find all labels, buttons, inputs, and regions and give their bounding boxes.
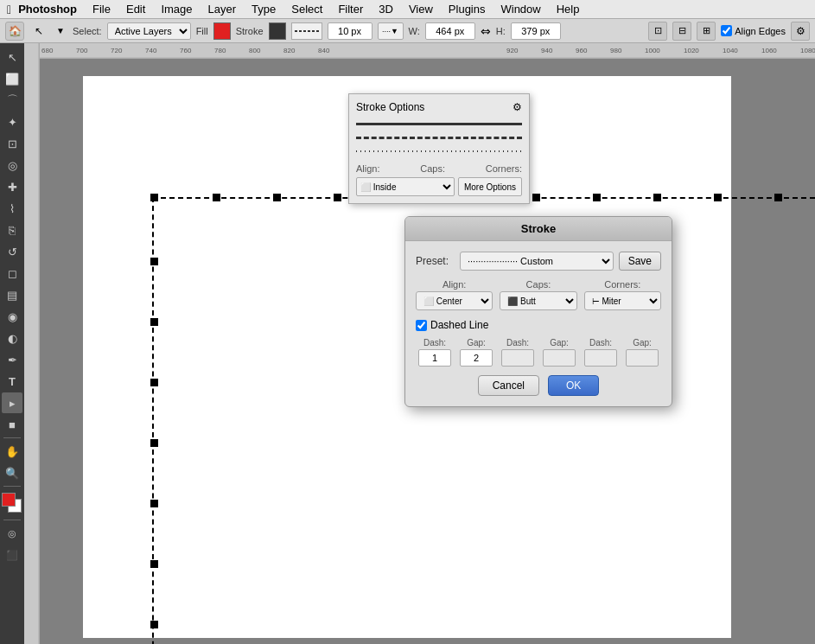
- link-icon[interactable]: ⇔: [481, 24, 491, 38]
- menu-plugins[interactable]: Plugins: [442, 1, 493, 17]
- options-gear-icon[interactable]: ⚙: [791, 22, 810, 41]
- lasso-tool-btn[interactable]: ⌒: [2, 90, 22, 111]
- align-select[interactable]: ⬜ Center: [416, 291, 493, 310]
- handle-l4[interactable]: [150, 439, 158, 447]
- screen-mode-btn[interactable]: ⬛: [2, 545, 22, 565]
- preset-select[interactable]: ··················· Custom: [460, 252, 614, 271]
- menu-view[interactable]: View: [402, 1, 440, 17]
- dash2-input[interactable]: [501, 349, 534, 367]
- ok-button[interactable]: OK: [548, 375, 599, 396]
- pen-tool-btn[interactable]: ✒: [2, 349, 22, 370]
- width-input[interactable]: 464 px: [425, 22, 475, 40]
- align-caps-corners: Align: ⬜ Center Caps: ⬛ Butt Corners:: [416, 279, 661, 310]
- select-dropdown[interactable]: Active Layers: [107, 22, 191, 40]
- align-edges-label[interactable]: Align Edges: [721, 25, 786, 36]
- path-select-tool-btn[interactable]: ▸: [2, 392, 22, 413]
- corners-select[interactable]: ⊢ Miter: [584, 291, 661, 310]
- move-tool-icon[interactable]: ↖: [29, 22, 48, 41]
- gradient-tool-btn[interactable]: ▤: [2, 284, 22, 305]
- menu-file[interactable]: File: [86, 1, 118, 17]
- crop-tool-btn[interactable]: ⊡: [2, 133, 22, 154]
- shape-tool-btn[interactable]: ■: [2, 414, 22, 435]
- dash1-input[interactable]: [418, 349, 451, 367]
- dash3-input[interactable]: [584, 349, 617, 367]
- tool-options-dropdown[interactable]: ▼: [54, 22, 67, 41]
- handle-l5[interactable]: [150, 500, 158, 507]
- menu-edit[interactable]: Edit: [119, 1, 152, 17]
- magic-wand-tool-btn[interactable]: ✦: [2, 112, 22, 132]
- menu-3d[interactable]: 3D: [372, 1, 400, 17]
- stroke-color-swatch[interactable]: [269, 22, 286, 40]
- svg-text:760: 760: [180, 47, 192, 54]
- handle-l2[interactable]: [150, 318, 158, 326]
- stroke-options-popup[interactable]: Stroke Options ⚙ Align: Caps: Corners:: [348, 93, 530, 204]
- fill-color-swatch[interactable]: [213, 22, 231, 40]
- gap2-col: Gap:: [540, 338, 578, 367]
- type-tool-btn[interactable]: T: [2, 371, 22, 392]
- menu-select[interactable]: Select: [284, 1, 329, 17]
- eyedropper-tool-btn[interactable]: ◎: [2, 155, 22, 175]
- gap1-input[interactable]: [460, 349, 493, 367]
- cancel-button[interactable]: Cancel: [478, 375, 539, 396]
- handle-l7[interactable]: [150, 621, 158, 628]
- menu-layer[interactable]: Layer: [201, 1, 244, 17]
- menu-window[interactable]: Window: [493, 1, 547, 17]
- gap3-input[interactable]: [626, 349, 659, 367]
- transform-icon[interactable]: ⊡: [648, 22, 667, 41]
- stroke-pattern-picker[interactable]: [291, 22, 322, 40]
- handle-t5[interactable]: [593, 194, 601, 201]
- foreground-color-swatch[interactable]: [2, 493, 16, 507]
- preset-row: Preset: ··················· Custom Save: [416, 252, 661, 271]
- dashed-line-checkbox[interactable]: [416, 320, 427, 331]
- home-icon[interactable]: 🏠: [5, 22, 24, 41]
- handle-t4[interactable]: [532, 194, 540, 201]
- gap2-input[interactable]: [543, 349, 576, 367]
- stroke-dashed-option[interactable]: [356, 132, 522, 143]
- handle-l1[interactable]: [150, 258, 158, 265]
- marquee-tool-btn[interactable]: ⬜: [2, 68, 22, 89]
- heal-tool-btn[interactable]: ✚: [2, 176, 22, 197]
- blur-tool-btn[interactable]: ◉: [2, 306, 22, 327]
- hand-tool-btn[interactable]: ✋: [2, 441, 22, 462]
- handle-t3[interactable]: [334, 194, 341, 201]
- move-tool-btn[interactable]: ↖: [2, 47, 22, 67]
- svg-rect-21: [24, 43, 40, 644]
- align-dropdown[interactable]: ⬜ Inside: [356, 177, 455, 196]
- dashed-line-label: Dashed Line: [430, 319, 488, 331]
- stroke-options-header: Stroke Options ⚙: [356, 101, 522, 113]
- handle-t6[interactable]: [653, 194, 661, 201]
- menu-type[interactable]: Type: [245, 1, 283, 17]
- menu-help[interactable]: Help: [550, 1, 587, 17]
- zoom-tool-btn[interactable]: 🔍: [2, 462, 22, 483]
- stroke-dotted-option[interactable]: [356, 146, 522, 156]
- more-options-btn[interactable]: More Options: [458, 177, 522, 196]
- apple-logo-icon: : [7, 3, 11, 16]
- handle-l6[interactable]: [150, 560, 158, 568]
- dash2-col: Dash:: [499, 338, 537, 367]
- save-button[interactable]: Save: [619, 252, 661, 271]
- stroke-options-icon[interactable]: ····▼: [378, 22, 404, 40]
- eraser-tool-btn[interactable]: ◻: [2, 263, 22, 284]
- handle-l3[interactable]: [150, 379, 158, 386]
- menu-image[interactable]: Image: [154, 1, 199, 17]
- history-brush-tool-btn[interactable]: ↺: [2, 241, 22, 262]
- stroke-options-gear-icon[interactable]: ⚙: [513, 101, 522, 113]
- quick-mask-btn[interactable]: ◎: [2, 523, 22, 544]
- height-input[interactable]: 379 px: [511, 22, 561, 40]
- caps-select[interactable]: ⬛ Butt: [500, 291, 576, 310]
- distribute-icon[interactable]: ⊞: [697, 22, 716, 41]
- handle-t7[interactable]: [714, 194, 722, 201]
- align-edges-checkbox[interactable]: [721, 25, 732, 36]
- stroke-width-input[interactable]: 10 px: [328, 22, 372, 40]
- clone-tool-btn[interactable]: ⎘: [2, 220, 22, 240]
- handle-t8[interactable]: [774, 194, 782, 201]
- align-col-label: Align:: [416, 279, 493, 290]
- brush-tool-btn[interactable]: ⌇: [2, 198, 22, 219]
- dodge-tool-btn[interactable]: ◐: [2, 328, 22, 348]
- handle-t1[interactable]: [213, 194, 220, 201]
- align-icon[interactable]: ⊟: [672, 22, 691, 41]
- stroke-solid-option[interactable]: [356, 118, 522, 129]
- menu-filter[interactable]: Filter: [331, 1, 370, 17]
- color-pair[interactable]: [2, 493, 22, 513]
- handle-t2[interactable]: [273, 194, 281, 201]
